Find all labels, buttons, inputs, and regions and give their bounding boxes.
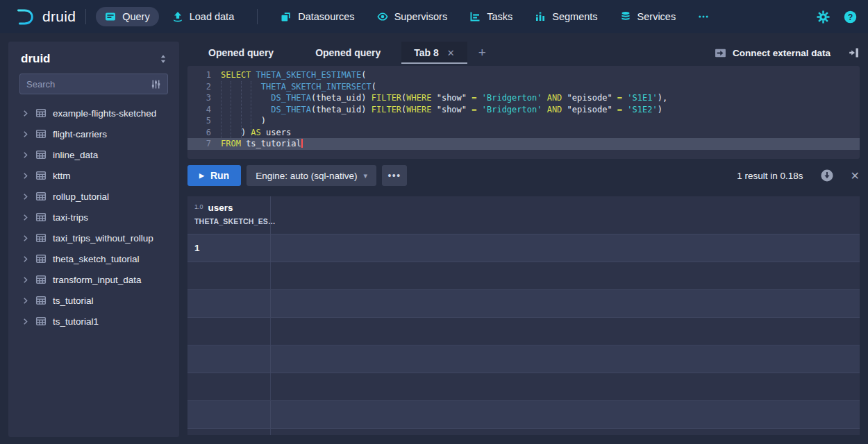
datasource-item[interactable]: taxi_trips_without_rollup xyxy=(8,228,179,248)
chevron-down-icon: ▾ xyxy=(363,171,367,180)
sort-double-caret-icon[interactable] xyxy=(158,54,168,64)
table-icon xyxy=(35,274,47,285)
nav-item-datasources[interactable]: Datasources xyxy=(272,7,363,26)
query-tab-2[interactable]: Opened query xyxy=(294,42,401,64)
datasource-name: kttm xyxy=(53,171,71,181)
code-line[interactable]: 2 THETA_SKETCH_INTERSECT( xyxy=(187,81,860,93)
chevron-right-icon[interactable] xyxy=(22,318,29,325)
chevron-right-icon[interactable] xyxy=(22,297,29,305)
datasource-item[interactable]: ts_tutorial1 xyxy=(8,311,179,332)
table-row[interactable] xyxy=(187,318,860,345)
column-type-badge: 1.0 xyxy=(194,203,203,210)
run-button[interactable]: ▶ Run xyxy=(187,165,241,186)
datasource-item[interactable]: transform_input_data xyxy=(8,269,179,290)
chevron-right-icon[interactable] xyxy=(22,214,29,221)
code-line[interactable]: 1SELECT THETA_SKETCH_ESTIMATE( xyxy=(187,69,860,81)
schema-title: druid xyxy=(21,52,51,66)
code-line[interactable]: 5 ) xyxy=(187,115,860,127)
query-tab-3[interactable]: Tab 8✕ xyxy=(401,42,467,64)
table-row[interactable] xyxy=(187,290,860,318)
external-data-icon xyxy=(715,47,726,59)
datasource-item[interactable]: inline_data xyxy=(8,144,179,165)
chevron-right-icon[interactable] xyxy=(22,276,29,284)
nav-item-services[interactable]: Services xyxy=(611,7,685,26)
table-row[interactable] xyxy=(187,262,860,290)
close-results-icon[interactable]: ✕ xyxy=(851,169,860,182)
nav-item-segments[interactable]: Segments xyxy=(526,7,606,26)
datasource-name: taxi_trips_without_rollup xyxy=(53,233,153,244)
datasource-name: ts_tutorial xyxy=(53,296,94,306)
chevron-right-icon[interactable] xyxy=(22,193,29,200)
sql-editor[interactable]: 1SELECT THETA_SKETCH_ESTIMATE(2 THETA_SK… xyxy=(187,66,860,159)
more-dots-icon xyxy=(698,11,709,22)
datasource-item[interactable]: rollup_tutorial xyxy=(8,186,179,207)
close-tab-icon[interactable]: ✕ xyxy=(447,48,455,58)
nav-item-label: Segments xyxy=(552,11,597,22)
result-cell-filler xyxy=(271,401,860,428)
navbar-divider xyxy=(257,9,258,24)
code-line[interactable]: 6 ) AS users xyxy=(187,127,860,139)
chevron-right-icon[interactable] xyxy=(22,234,29,242)
results-header-row: 1.0 users THETA_SKETCH_ES… xyxy=(187,196,860,234)
datasource-item[interactable]: example-flights-sketched xyxy=(8,103,179,123)
run-toolbar: ▶ Run Engine: auto (sql-native) ▾ ••• 1 … xyxy=(187,165,860,186)
results-column-header[interactable]: 1.0 users THETA_SKETCH_ES… xyxy=(187,196,271,234)
result-cell: 1 xyxy=(187,234,271,262)
download-results-icon[interactable] xyxy=(820,169,834,182)
result-cell-filler xyxy=(271,262,860,289)
result-cell xyxy=(187,290,271,317)
datasource-sidebar: druid example-flights-ske xyxy=(8,42,179,437)
table-row[interactable] xyxy=(187,373,860,401)
table-icon xyxy=(35,253,47,264)
connect-external-data-button[interactable]: Connect external data xyxy=(715,47,831,59)
datasource-item[interactable]: kttm xyxy=(8,165,179,186)
column-name: users xyxy=(208,203,233,213)
search-input[interactable] xyxy=(26,79,151,89)
query-tab-bar: Opened queryOpened queryTab 8✕ + Connect… xyxy=(187,42,860,64)
datasource-item[interactable]: taxi-trips xyxy=(8,207,179,228)
open-side-panel-icon[interactable] xyxy=(849,47,860,58)
nav-item-query[interactable]: Query xyxy=(96,7,159,26)
brand-name: druid xyxy=(42,8,76,25)
nav-more-button[interactable] xyxy=(689,7,718,26)
gantt-icon xyxy=(469,11,481,22)
filter-sliders-icon[interactable] xyxy=(151,79,161,89)
code-line[interactable]: 7FROM ts_tutorial xyxy=(187,138,860,150)
line-number: 2 xyxy=(187,81,221,93)
add-tab-button[interactable]: + xyxy=(467,42,497,64)
engine-select-button[interactable]: Engine: auto (sql-native) ▾ xyxy=(247,165,376,186)
table-row[interactable] xyxy=(187,345,860,373)
nav-item-supervisors[interactable]: Supervisors xyxy=(368,7,457,26)
query-more-options-button[interactable]: ••• xyxy=(382,165,407,186)
code-line[interactable]: 4 DS_THETA(theta_uid) FILTER(WHERE "show… xyxy=(187,104,860,116)
code-line[interactable]: 3 DS_THETA(theta_uid) FILTER(WHERE "show… xyxy=(187,92,860,104)
datasource-item[interactable]: theta_sketch_tutorial xyxy=(8,248,179,269)
nav-item-load-data[interactable]: Load data xyxy=(163,7,244,26)
table-icon xyxy=(35,149,47,160)
navbar-menu: QueryLoad dataDatasourcesSupervisorsTask… xyxy=(96,7,718,26)
datasource-name: rollup_tutorial xyxy=(53,191,109,202)
chevron-right-icon[interactable] xyxy=(22,151,29,159)
svg-text:?: ? xyxy=(848,12,853,22)
chevron-right-icon[interactable] xyxy=(22,255,29,263)
column-expression: THETA_SKETCH_ES… xyxy=(194,217,263,225)
datasource-item[interactable]: ts_tutorial xyxy=(8,290,179,311)
table-row[interactable] xyxy=(187,429,860,435)
nav-item-tasks[interactable]: Tasks xyxy=(460,7,521,26)
chevron-right-icon[interactable] xyxy=(22,110,29,117)
druid-brand[interactable]: druid xyxy=(11,7,76,27)
datasource-name: transform_input_data xyxy=(53,275,142,285)
chevron-right-icon[interactable] xyxy=(22,130,29,138)
table-row[interactable] xyxy=(187,401,860,429)
tab-strip: Opened queryOpened queryTab 8✕ xyxy=(187,42,467,64)
chevron-right-icon[interactable] xyxy=(22,172,29,180)
query-tab-1[interactable]: Opened query xyxy=(187,42,294,64)
line-number: 7 xyxy=(187,138,221,150)
settings-gear-icon[interactable] xyxy=(817,10,830,24)
table-row[interactable]: 1 xyxy=(187,234,860,262)
result-status-text: 1 result in 0.18s xyxy=(737,171,803,181)
results-table: 1.0 users THETA_SKETCH_ES… 1 xyxy=(187,196,860,435)
connect-external-data-label: Connect external data xyxy=(733,48,831,58)
datasource-item[interactable]: flight-carriers xyxy=(8,123,179,144)
help-icon[interactable]: ? xyxy=(844,10,857,24)
